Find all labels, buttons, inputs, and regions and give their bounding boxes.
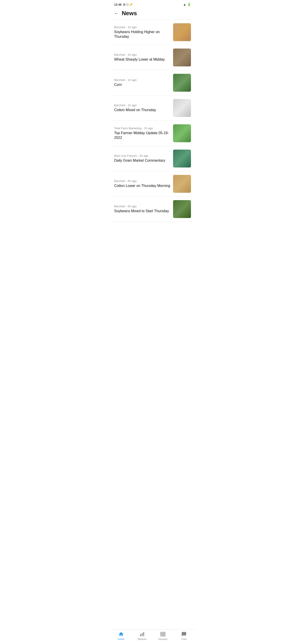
news-content: Barchart - 1h ago Wheat Sharply Lower at… <box>114 53 170 62</box>
app-icon-1: ⬡ <box>126 3 128 6</box>
news-thumbnail <box>173 48 191 66</box>
news-source: Barchart - 1h ago <box>114 104 170 107</box>
chat-icon <box>181 632 187 637</box>
news-item[interactable]: Barchart - 5h ago Soybeans Mixed to Star… <box>111 196 194 222</box>
news-title: Wheat Sharply Lower at Midday <box>114 57 170 62</box>
status-bar: 12:46 ⊟ ⬡ 🔑 ▲ 🔋 <box>111 0 194 8</box>
news-title: Cotton Lower on Thursday Morning <box>114 184 170 188</box>
news-source: Barchart - 5h ago <box>114 204 170 208</box>
news-title: Corn <box>114 82 170 87</box>
svg-rect-6 <box>162 634 163 636</box>
news-title: Soybeans Mixed to Start Thursday <box>114 209 170 214</box>
news-title: Daily Grain Market Commentary <box>114 158 170 163</box>
nav-item-chat[interactable]: Chat <box>177 632 191 640</box>
back-button[interactable]: ← <box>114 10 119 16</box>
news-source: Barchart - 5h ago <box>114 179 170 183</box>
news-source: Barchart - 1h ago <box>114 26 170 29</box>
nav-item-markets[interactable]: Markets <box>135 632 149 640</box>
news-content: Blue Line Futures - 5h ago Daily Grain M… <box>114 154 170 163</box>
news-title: Soybeans Holding Higher on Thursday <box>114 30 170 39</box>
time-display: 12:46 <box>114 3 122 6</box>
thumbnail-image <box>173 99 191 117</box>
news-source: Barchart - 1h ago <box>114 78 170 82</box>
nav-label-elevator: Elevator <box>158 638 168 640</box>
news-thumbnail <box>173 23 191 41</box>
news-thumbnail <box>173 99 191 117</box>
nav-item-elevator[interactable]: Elevator <box>156 632 170 640</box>
battery-icon: 🔋 <box>187 3 191 6</box>
thumbnail-image <box>173 48 191 66</box>
news-item[interactable]: Blue Line Futures - 5h ago Daily Grain M… <box>111 146 194 171</box>
news-content: Barchart - 5h ago Soybeans Mixed to Star… <box>114 204 170 214</box>
news-content: Barchart - 5h ago Cotton Lower on Thursd… <box>114 179 170 188</box>
nav-label-chat: Chat <box>181 638 186 640</box>
svg-rect-3 <box>161 632 165 636</box>
news-content: Barchart - 1h ago Soybeans Holding Highe… <box>114 26 170 39</box>
nav-label-markets: Markets <box>138 638 146 640</box>
news-item[interactable]: Barchart - 1h ago Soybeans Holding Highe… <box>111 20 194 45</box>
news-source: Total Farm Marketing - 2h ago <box>114 126 170 130</box>
thumbnail-image <box>173 74 191 92</box>
news-content: Barchart - 1h ago Corn <box>114 78 170 87</box>
svg-rect-1 <box>142 633 142 636</box>
news-title: Top Farmer Midday Update 05-19-2022 <box>114 131 170 140</box>
elevator-icon <box>160 632 166 637</box>
news-item[interactable]: Total Farm Marketing - 2h ago Top Farmer… <box>111 121 194 146</box>
status-left-icons: ⊟ ⬡ 🔑 <box>123 3 132 6</box>
svg-rect-7 <box>163 634 164 636</box>
status-right-icons: ▲ 🔋 <box>183 3 191 6</box>
home-icon <box>118 632 124 637</box>
lock-icon: 🔑 <box>130 3 132 6</box>
news-thumbnail <box>173 74 191 92</box>
bottom-navigation: Home Markets Elevator Chat <box>111 630 194 644</box>
news-list: Barchart - 1h ago Soybeans Holding Highe… <box>111 20 194 240</box>
nav-item-home[interactable]: Home <box>114 632 128 640</box>
news-source: Blue Line Futures - 5h ago <box>114 154 170 158</box>
news-item[interactable]: Barchart - 1h ago Cotton Mixed on Thursd… <box>111 96 194 121</box>
news-thumbnail <box>173 175 191 193</box>
news-item[interactable]: Barchart - 5h ago Cotton Lower on Thursd… <box>111 171 194 196</box>
thumbnail-image <box>173 200 191 218</box>
news-source: Barchart - 1h ago <box>114 53 170 56</box>
page-title: News <box>122 10 137 17</box>
news-thumbnail <box>173 124 191 142</box>
sim-icon: ⊟ <box>123 3 126 6</box>
thumbnail-image <box>173 124 191 142</box>
svg-rect-2 <box>143 632 144 636</box>
svg-rect-0 <box>140 634 141 636</box>
news-title: Cotton Mixed on Thursday <box>114 108 170 112</box>
thumbnail-image <box>173 150 191 168</box>
wifi-icon: ▲ <box>183 3 186 6</box>
news-thumbnail <box>173 150 191 168</box>
status-time: 12:46 ⊟ ⬡ 🔑 <box>114 3 132 6</box>
nav-label-home: Home <box>118 638 124 640</box>
svg-rect-5 <box>163 633 164 634</box>
news-item[interactable]: Barchart - 1h ago Corn <box>111 70 194 96</box>
page-header: ← News <box>111 8 194 20</box>
svg-rect-4 <box>162 633 163 634</box>
news-content: Total Farm Marketing - 2h ago Top Farmer… <box>114 126 170 140</box>
news-thumbnail <box>173 200 191 218</box>
thumbnail-image <box>173 175 191 193</box>
news-item[interactable]: Barchart - 1h ago Wheat Sharply Lower at… <box>111 45 194 70</box>
thumbnail-image <box>173 23 191 41</box>
news-content: Barchart - 1h ago Cotton Mixed on Thursd… <box>114 104 170 112</box>
markets-icon <box>139 632 145 637</box>
